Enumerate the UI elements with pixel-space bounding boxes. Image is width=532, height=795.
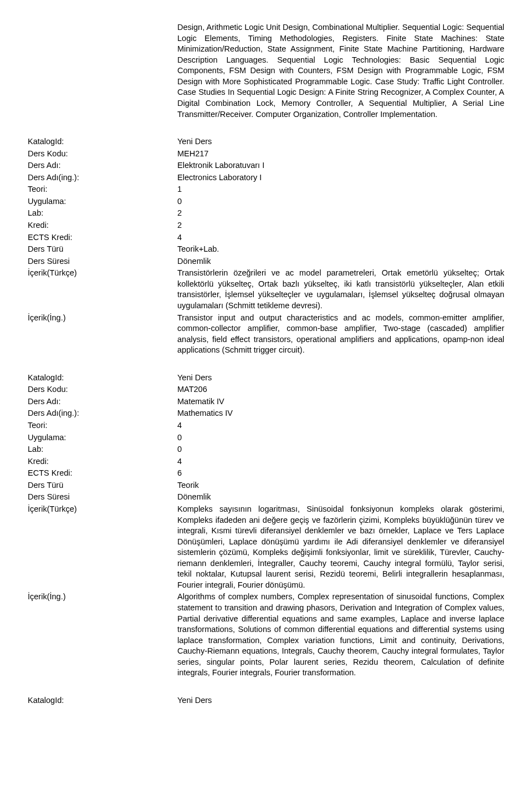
label-teori: Teori: xyxy=(28,184,177,195)
value-dersturu: Teorik xyxy=(177,480,504,491)
value-uygulama: 0 xyxy=(177,196,504,207)
top-paragraph: Design, Arithmetic Logic Unit Design, Co… xyxy=(177,22,504,120)
value-katalogid: Yeni Ders xyxy=(177,373,504,384)
label-uygulama: Uygulama: xyxy=(28,196,177,207)
label-dersadiing: Ders Adı(ing.): xyxy=(28,408,177,419)
label-ectskredi: ECTS Kredi: xyxy=(28,468,177,479)
label-dersturu: Ders Türü xyxy=(28,244,177,255)
label-lab: Lab: xyxy=(28,444,177,455)
value-teori: 4 xyxy=(177,420,504,431)
value-dersturu: Teorik+Lab. xyxy=(177,244,504,255)
value-ectskredi: 6 xyxy=(177,468,504,479)
value-derskodu: MEH217 xyxy=(177,149,504,160)
label-iceriken: İçerik(İng.) xyxy=(28,592,177,603)
value-kredi: 4 xyxy=(177,456,504,467)
value-iceriktr: Kompleks sayısının logaritması, Sinüsoid… xyxy=(177,504,504,591)
label-lab: Lab: xyxy=(28,208,177,219)
value-dersadi: Matematik IV xyxy=(177,396,504,407)
value-uygulama: 0 xyxy=(177,432,504,444)
value-katalogid: Yeni Ders xyxy=(177,136,504,147)
label-uygulama: Uygulama: xyxy=(28,432,177,444)
label-katalogid: KatalogId: xyxy=(28,695,177,706)
label-katalogid: KatalogId: xyxy=(28,373,177,384)
label-kredi: Kredi: xyxy=(28,220,177,231)
course-block-1: KatalogId:Yeni Ders Ders Kodu:MEH217 Der… xyxy=(28,136,504,356)
label-derssuresi: Ders Süresi xyxy=(28,256,177,267)
value-iceriken: Algorithms of complex numbers, Complex r… xyxy=(177,592,504,679)
value-dersadiing: Electronics Laboratory I xyxy=(177,172,504,184)
value-kredi: 2 xyxy=(177,220,504,231)
value-dersadi: Elektronik Laboratuvarı I xyxy=(177,160,504,171)
value-teori: 1 xyxy=(177,184,504,195)
value-derskodu: MAT206 xyxy=(177,384,504,395)
label-katalogid: KatalogId: xyxy=(28,136,177,147)
label-iceriktr: İçerik(Türkçe) xyxy=(28,504,177,515)
value-lab: 0 xyxy=(177,444,504,455)
label-iceriktr: İçerik(Türkçe) xyxy=(28,268,177,279)
value-lab: 2 xyxy=(177,208,504,219)
label-derssuresi: Ders Süresi xyxy=(28,492,177,503)
label-dersadi: Ders Adı: xyxy=(28,396,177,407)
label-derskodu: Ders Kodu: xyxy=(28,149,177,160)
label-kredi: Kredi: xyxy=(28,456,177,467)
label-dersadi: Ders Adı: xyxy=(28,160,177,171)
value-derssuresi: Dönemlik xyxy=(177,256,504,267)
trailing-block: KatalogId:Yeni Ders xyxy=(28,695,504,706)
value-katalogid: Yeni Ders xyxy=(177,695,504,706)
value-ectskredi: 4 xyxy=(177,232,504,243)
value-iceriken: Transistor input and output characterist… xyxy=(177,313,504,356)
value-iceriktr: Transistörlerin özeğrileri ve ac model p… xyxy=(177,268,504,311)
course-block-2: KatalogId:Yeni Ders Ders Kodu:MAT206 Der… xyxy=(28,373,504,679)
value-derssuresi: Dönemlik xyxy=(177,492,504,503)
label-dersturu: Ders Türü xyxy=(28,480,177,491)
label-iceriken: İçerik(İng.) xyxy=(28,313,177,324)
label-derskodu: Ders Kodu: xyxy=(28,384,177,395)
label-ectskredi: ECTS Kredi: xyxy=(28,232,177,243)
label-dersadiing: Ders Adı(ing.): xyxy=(28,172,177,184)
label-teori: Teori: xyxy=(28,420,177,431)
value-dersadiing: Mathematics IV xyxy=(177,408,504,419)
